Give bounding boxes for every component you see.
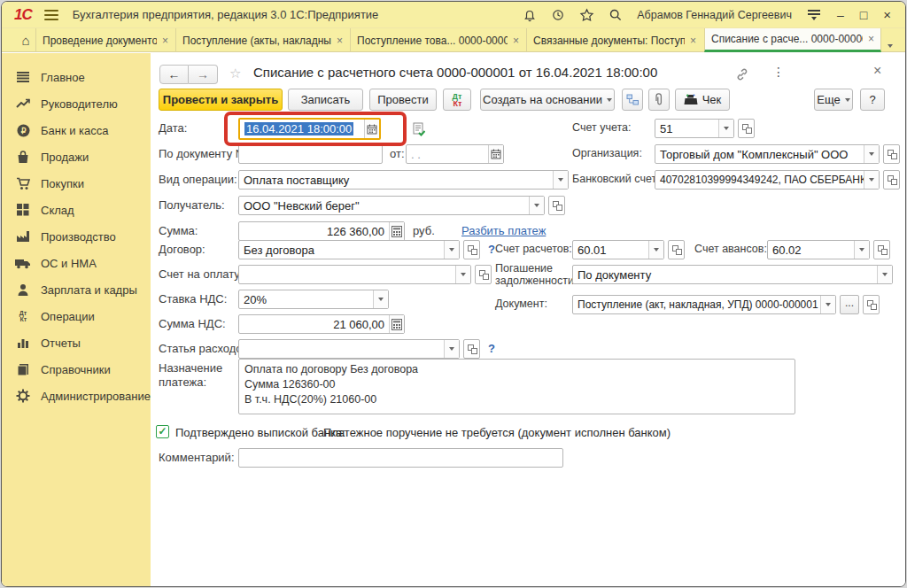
recipient-open-button[interactable] [548, 196, 565, 215]
tab-close-icon[interactable]: × [513, 35, 519, 47]
form-close-icon[interactable]: × [873, 63, 881, 79]
calculator-icon[interactable] [389, 222, 404, 240]
settlement-account-open-button[interactable] [668, 240, 685, 259]
recipient-field[interactable]: ООО "Невский берег" [238, 196, 545, 215]
document-field[interactable]: Поступление (акт, накладная, УПД) 0000-0… [572, 295, 836, 314]
create-based-on-button[interactable]: Создать на основании [480, 89, 615, 111]
tab-provedenie-dokumentov[interactable]: Проведение документов × [35, 28, 174, 52]
attachments-button[interactable] [648, 89, 670, 111]
confirmed-checkbox[interactable]: ✓ [156, 425, 169, 438]
organization-dropdown-button[interactable] [864, 145, 879, 163]
calendar-icon[interactable] [488, 145, 503, 163]
account-dropdown-button[interactable] [718, 120, 733, 137]
show-postings-dtkt-button[interactable]: ДтКт [443, 89, 471, 111]
recipient-dropdown-button[interactable] [529, 197, 544, 214]
favorites-star-icon[interactable] [579, 8, 594, 22]
debt-repayment-field[interactable]: По документу [572, 265, 893, 284]
main-menu-icon[interactable] [44, 10, 58, 20]
sidebar-item-zarplata-i-kadry[interactable]: Зарплата и кадры [2, 276, 151, 303]
user-name[interactable]: Абрамов Геннадий Сергеевич [637, 9, 792, 21]
date-field[interactable]: 16.04.2021 18:00:00 [238, 118, 381, 140]
tab-postuplenie-tovarov[interactable]: Поступление това... 0000-000001 × [350, 28, 525, 52]
check-receipt-button[interactable]: Чек [675, 89, 730, 111]
document-dropdown-button[interactable] [820, 296, 835, 313]
expense-item-help-icon[interactable]: ? [488, 342, 495, 355]
tab-close-icon[interactable]: × [162, 35, 168, 47]
contract-help-icon[interactable]: ? [488, 243, 495, 256]
document-open-button[interactable] [863, 295, 880, 314]
contract-dropdown-button[interactable] [444, 241, 459, 259]
tab-postuplenie-akty[interactable]: Поступление (акты, накладные... × [175, 28, 349, 52]
get-link-icon[interactable] [735, 67, 749, 85]
post-button[interactable]: Провести [369, 89, 437, 111]
account-open-button[interactable] [738, 119, 755, 138]
payment-purpose-textarea[interactable]: Оплата по договору Без договора Сумма 12… [238, 359, 795, 414]
organization-field[interactable]: Торговый дом "Комплексный" ООО [655, 144, 880, 164]
tab-close-icon[interactable]: × [868, 33, 874, 45]
tab-svyazannye-dokumenty[interactable]: Связанные документы: Поступ... × [526, 28, 702, 52]
service-menu-icon[interactable] [808, 10, 820, 20]
organization-open-button[interactable] [883, 144, 900, 164]
vat-rate-dropdown-button[interactable] [373, 290, 388, 308]
invoice-dropdown-button[interactable] [455, 266, 470, 283]
sidebar-item-bank-i-kassa[interactable]: ₽ Банк и касса [2, 117, 151, 143]
favorite-star-icon[interactable]: ☆ [229, 66, 241, 81]
form-menu-dots-icon[interactable]: ⋮ [772, 65, 785, 79]
operation-type-field[interactable]: Оплата поставщику [238, 170, 569, 190]
settlement-account-dropdown-button[interactable] [648, 241, 663, 259]
sidebar-item-os-i-nma[interactable]: ОС и НМА [2, 250, 151, 276]
invoice-open-button[interactable] [475, 265, 492, 284]
doc-date-field[interactable]: . . [406, 144, 504, 164]
expense-item-dropdown-button[interactable] [444, 340, 459, 358]
window-close-button[interactable]: × [883, 8, 891, 21]
sidebar-item-rukovoditelyu[interactable]: Руководителю [2, 90, 151, 117]
sidebar-item-otchety[interactable]: Отчеты [2, 329, 151, 356]
advance-account-dropdown-button[interactable] [854, 241, 869, 259]
advance-account-open-button[interactable] [873, 240, 890, 259]
sidebar-item-spravochniki[interactable]: Справочники [2, 356, 151, 383]
vat-amount-field[interactable]: 21 060,00 [238, 314, 405, 334]
save-button[interactable]: Записать [288, 89, 363, 111]
sidebar-item-glavnoe[interactable]: Главное [2, 64, 151, 90]
search-icon[interactable] [609, 8, 623, 22]
operation-type-dropdown-button[interactable] [553, 171, 568, 189]
home-tab[interactable]: ⌂ [14, 28, 37, 51]
sidebar-item-pokupki[interactable]: Покупки [2, 170, 151, 197]
calculator-icon[interactable] [389, 315, 404, 333]
tab-close-icon[interactable]: × [690, 35, 696, 47]
invoice-field[interactable] [238, 265, 471, 284]
account-field[interactable]: 51 [655, 119, 734, 138]
split-payment-link[interactable]: Разбить платеж [461, 224, 546, 237]
advance-account-field[interactable]: 60.02 [767, 240, 870, 259]
sidebar-item-administrirovanie[interactable]: Администрирование [2, 383, 151, 409]
document-choose-button[interactable]: ... [840, 295, 859, 314]
help-button[interactable]: ? [860, 89, 885, 111]
tab-list-dropdown-button[interactable] [888, 35, 893, 51]
debt-repayment-dropdown-button[interactable] [877, 266, 892, 283]
back-button[interactable]: ← [159, 65, 189, 84]
post-and-close-button[interactable]: Провести и закрыть [159, 89, 283, 111]
bank-account-field[interactable]: 40702810399994349242, ПАО СБЕРБАНК [655, 170, 880, 190]
amount-field[interactable]: 126 360,00 [238, 221, 405, 241]
related-documents-button[interactable] [622, 89, 643, 111]
sidebar-item-sklad[interactable]: Склад [2, 197, 151, 223]
bank-account-dropdown-button[interactable] [864, 171, 879, 189]
more-button[interactable]: Еще [814, 89, 853, 111]
bank-account-open-button[interactable] [883, 170, 900, 190]
sidebar-item-proizvodstvo[interactable]: Производство [2, 223, 151, 250]
tab-spisanie-s-rascheta[interactable]: Списание с расче... 0000-000001 × [704, 28, 881, 52]
vat-rate-field[interactable]: 20% [238, 290, 389, 309]
sidebar-item-operacii[interactable]: ДтКт Операции [2, 303, 151, 329]
maximize-button[interactable]: □ [860, 9, 867, 21]
forward-button[interactable]: → [189, 65, 218, 84]
sidebar-item-prodazhi[interactable]: Продажи [2, 143, 151, 170]
contract-field[interactable]: Без договора [238, 240, 460, 259]
history-icon[interactable] [551, 8, 565, 22]
doc-number-field[interactable] [238, 144, 383, 164]
tab-close-icon[interactable]: × [337, 35, 343, 47]
settlement-account-field[interactable]: 60.01 [572, 240, 664, 259]
contract-open-button[interactable] [463, 240, 480, 259]
minimize-button[interactable]: – [837, 9, 844, 21]
notifications-bell-icon[interactable] [523, 8, 537, 22]
expense-item-field[interactable] [238, 339, 460, 359]
